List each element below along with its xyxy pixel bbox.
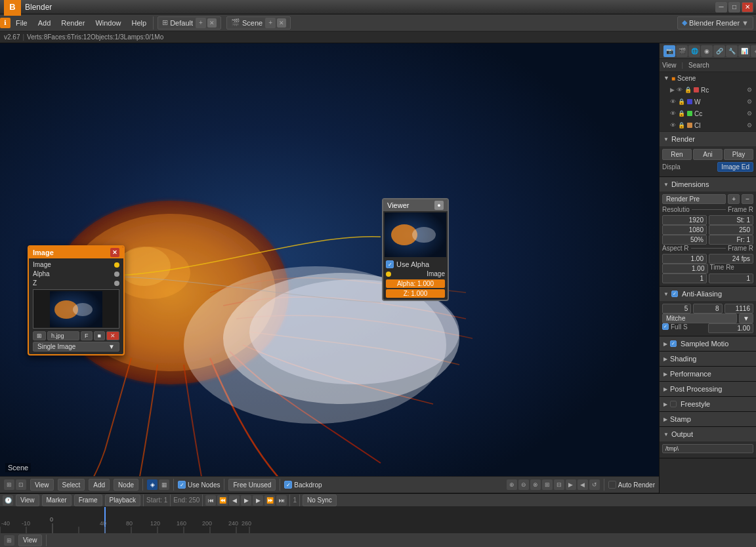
prop-view-label[interactable]: View	[662, 62, 677, 69]
workspace2-close-icon[interactable]: ✕	[277, 18, 286, 28]
timeline-playback-btn[interactable]: Playback	[105, 495, 141, 506]
backdrop-toggle[interactable]: ✓ Backdrop	[284, 481, 322, 489]
post-processing-section-header[interactable]: ▶ Post Processing	[660, 382, 756, 396]
image-node[interactable]: Image ✕ Image Alpha	[28, 245, 125, 355]
viewer-node[interactable]: Viewer ●	[382, 198, 449, 301]
filter-icons-4[interactable]: ⚙	[747, 122, 752, 129]
view-mode-icon-2[interactable]: ⊡	[16, 479, 26, 490]
backdrop-checkbox[interactable]: ✓	[284, 481, 292, 489]
backdrop-icon-6[interactable]: ▶	[566, 479, 576, 490]
time-remap-in[interactable]: 1	[662, 274, 707, 283]
time-remap-out[interactable]: 1	[709, 274, 753, 283]
backdrop-icon-8[interactable]: ↺	[589, 479, 600, 490]
resolution-percent[interactable]: 50%	[662, 235, 707, 245]
timeline-mode-icon[interactable]: 🕐	[3, 495, 13, 506]
prop-tab-object[interactable]: ◉	[701, 45, 713, 57]
frame-step[interactable]: Fr: 1	[709, 235, 753, 245]
backdrop-icon-7[interactable]: ◀	[578, 479, 588, 490]
prev-frame-icon[interactable]: ⏪	[217, 495, 228, 506]
view-mode-icon-1[interactable]: ⊞	[4, 479, 14, 490]
add-menu-btn[interactable]: Add	[89, 479, 110, 491]
viewer-image-socket[interactable]	[386, 272, 391, 277]
aa-filter-arrow[interactable]: ▼	[739, 314, 753, 323]
menu-help[interactable]: Help	[127, 16, 152, 30]
file-remove-btn[interactable]: ✕	[106, 331, 119, 340]
filter-icons-3[interactable]: ⚙	[747, 110, 752, 117]
eye-icon-3[interactable]: 👁	[670, 110, 676, 117]
backdrop-icon-5[interactable]: ⊟	[554, 479, 564, 490]
aa-sample-1[interactable]: 5	[662, 304, 691, 314]
frame-end[interactable]: 250	[709, 225, 753, 235]
node-type-icon-1[interactable]: ◈	[147, 479, 158, 490]
use-nodes-checkbox[interactable]: ✓	[178, 481, 186, 489]
backdrop-icon-2[interactable]: ⊖	[518, 479, 529, 490]
free-unused-btn[interactable]: Free Unused	[228, 479, 276, 491]
timeline-ruler[interactable]: -40 -10 0 40 80 120 160 200	[0, 507, 756, 533]
freestyle-checkbox[interactable]	[670, 401, 677, 407]
scene-expand-icon[interactable]: ▼	[663, 75, 669, 81]
minimize-button[interactable]: ─	[715, 2, 727, 12]
file-action-btn[interactable]: F	[81, 331, 93, 340]
use-alpha-checkbox[interactable]: ✓	[386, 260, 394, 268]
prop-tab-data[interactable]: 📊	[738, 45, 750, 57]
workspace-add-icon[interactable]: +	[196, 18, 206, 28]
info-icon[interactable]: ℹ	[0, 18, 10, 28]
use-nodes-toggle[interactable]: ✓ Use Nodes	[178, 481, 220, 489]
aa-filter-btn[interactable]: Mitche	[662, 314, 737, 323]
frame-start[interactable]: St: 1	[709, 215, 753, 225]
sm-checkbox[interactable]: ✓	[670, 340, 677, 347]
workspace-close-icon[interactable]: ✕	[207, 18, 217, 28]
timeline-marker-btn[interactable]: Marker	[42, 495, 72, 506]
play-start-icon[interactable]: ⏮	[205, 495, 216, 506]
no-sync-btn[interactable]: No Sync	[303, 495, 337, 506]
prev-keyframe-icon[interactable]: ◀	[229, 495, 240, 506]
stamp-section-header[interactable]: ▶ Stamp	[660, 412, 756, 426]
output-section-header[interactable]: ▼ Output	[660, 427, 756, 441]
filter-icons-2[interactable]: ⚙	[747, 98, 752, 105]
file-browse-btn[interactable]: ⊞	[33, 331, 46, 340]
node-menu-btn[interactable]: Node	[114, 479, 138, 491]
aspect-x[interactable]: 1.00	[662, 254, 707, 264]
aa-value-3[interactable]: 1116	[724, 304, 753, 314]
prop-tab-world[interactable]: 🌐	[688, 45, 700, 57]
lock-icon-4[interactable]: 🔒	[678, 122, 685, 129]
alpha-output-socket[interactable]	[114, 272, 119, 277]
output-path-input[interactable]: /tmp\	[662, 444, 753, 453]
node-editor-viewport[interactable]: Image ✕ Image Alpha	[0, 43, 659, 476]
fps-value[interactable]: 24 fps	[709, 254, 753, 264]
prop-tab-modifier[interactable]: 🔧	[726, 45, 738, 57]
prop-tab-material[interactable]: ◈	[751, 45, 756, 57]
play-btn[interactable]: Play	[724, 149, 753, 160]
node-type-icon-2[interactable]: ▦	[159, 479, 169, 490]
performance-section-header[interactable]: ▶ Performance	[660, 367, 756, 381]
play-icon[interactable]: ▶	[241, 495, 251, 506]
render-preset-add-btn[interactable]: +	[728, 194, 740, 204]
antialiasing-section-header[interactable]: ▼ ✓ Anti-Aliasing	[660, 287, 756, 301]
current-frame-value[interactable]: 1	[293, 496, 297, 504]
image-node-close[interactable]: ✕	[110, 248, 119, 257]
lock-icon-1[interactable]: 🔒	[684, 87, 692, 93]
maximize-button[interactable]: □	[728, 2, 740, 12]
viewer-z-value[interactable]: Z: 1.000	[386, 289, 445, 298]
full-sample-checkbox[interactable]: ✓	[662, 323, 669, 330]
status-icon[interactable]: ⊞	[4, 535, 14, 546]
render-section-header[interactable]: ▼ Render	[660, 132, 756, 146]
backdrop-icon-3[interactable]: ⊗	[530, 479, 541, 490]
animate-btn[interactable]: Ani	[693, 149, 723, 160]
prop-tab-scene[interactable]: 🎬	[676, 45, 688, 57]
aa-checkbox[interactable]: ✓	[671, 291, 678, 297]
menu-render[interactable]: Render	[56, 16, 90, 30]
display-value-btn[interactable]: Image Ed	[717, 162, 753, 172]
shading-section-header[interactable]: ▶ Shading	[660, 352, 756, 366]
z-output-socket[interactable]	[114, 281, 119, 286]
file-pack-btn[interactable]: ■	[94, 331, 105, 340]
next-keyframe-icon[interactable]: ▶	[253, 495, 263, 506]
next-frame-icon[interactable]: ⏩	[264, 495, 275, 506]
lock-icon-3[interactable]: 🔒	[678, 110, 685, 117]
backdrop-icon-1[interactable]: ⊕	[507, 479, 517, 490]
scene-item-expand[interactable]: ▶	[670, 87, 675, 93]
filter-size-value[interactable]: 1.00	[708, 323, 754, 333]
prop-search-label[interactable]: Search	[688, 62, 709, 69]
viewer-node-close[interactable]: ●	[434, 201, 444, 210]
eye-icon-2[interactable]: 👁	[670, 98, 676, 105]
